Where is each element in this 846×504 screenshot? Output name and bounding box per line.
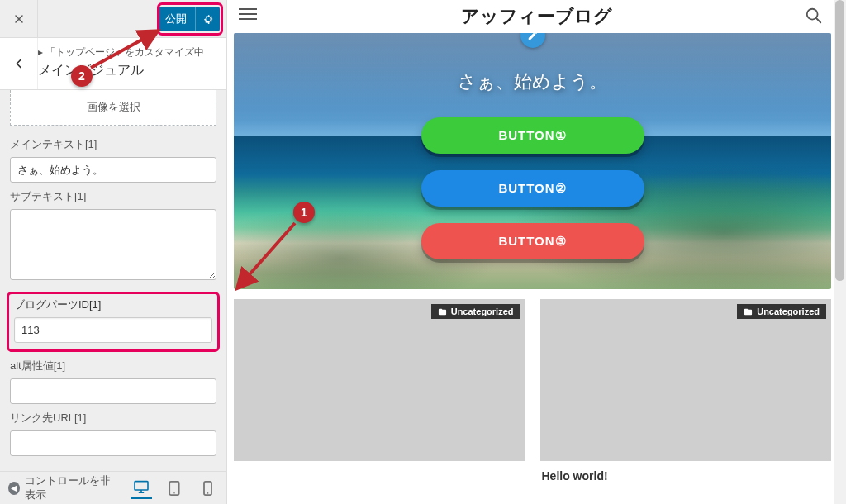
- label-link-url: リンク先URL[1]: [10, 411, 216, 426]
- hero-content: さぁ、始めよう。 BUTTON① BUTTON② BUTTON③: [234, 33, 831, 289]
- post-card[interactable]: Uncategorized Hello world!: [540, 299, 832, 483]
- svg-point-4: [207, 492, 208, 493]
- folder-icon: [438, 307, 447, 316]
- section-title: メインビジュアル: [38, 62, 218, 79]
- publish-settings-button[interactable]: [195, 7, 220, 31]
- sidebar-footer: ◀ コントロールを非表示: [0, 471, 226, 504]
- publish-button-group: 公開: [157, 7, 220, 31]
- post-title: [234, 461, 525, 469]
- gear-icon: [202, 12, 215, 26]
- input-sub-text[interactable]: [10, 209, 216, 280]
- sidebar-body: 画像を選択 メインテキスト[1] サブテキスト[1] ブログパーツID[1] a…: [0, 90, 226, 471]
- chevron-left-icon: [12, 57, 26, 70]
- preview-site-header: アッフィーブログ: [227, 0, 846, 33]
- publish-button[interactable]: 公開: [157, 7, 195, 31]
- pencil-icon: [527, 33, 539, 41]
- post-thumbnail: Uncategorized: [540, 299, 832, 461]
- input-blogparts-id[interactable]: [14, 317, 212, 343]
- hero-button-3[interactable]: BUTTON③: [421, 223, 644, 259]
- category-label: Uncategorized: [451, 307, 514, 316]
- label-main-text: メインテキスト[1]: [10, 137, 216, 152]
- svg-rect-0: [135, 482, 148, 490]
- input-alt[interactable]: [10, 378, 216, 404]
- device-mobile-button[interactable]: [197, 478, 218, 499]
- folder-icon: [744, 307, 753, 316]
- annotation-highlight-blogparts: ブログパーツID[1]: [7, 292, 220, 352]
- category-tag[interactable]: Uncategorized: [431, 304, 520, 319]
- post-thumbnail: Uncategorized: [234, 299, 525, 461]
- collapse-controls-button[interactable]: ◀ コントロールを非表示: [8, 474, 119, 502]
- category-label: Uncategorized: [757, 307, 820, 316]
- app-root: 公開 ▸ 「トップページ」をカスタマイズ中 メインビジュアル 画像を選択 メイン…: [0, 0, 846, 504]
- desktop-icon: [133, 480, 150, 493]
- collapse-label: コントロールを非表示: [25, 474, 119, 502]
- hero-visual: さぁ、始めよう。 BUTTON① BUTTON② BUTTON③: [234, 33, 831, 289]
- menu-button[interactable]: [239, 8, 257, 20]
- label-alt: alt属性値[1]: [10, 359, 216, 373]
- category-tag[interactable]: Uncategorized: [737, 304, 826, 319]
- preview-pane: アッフィーブログ さぁ、始めよう。 BUTTON① BUTTON② BUTTON…: [227, 0, 846, 504]
- post-title: Hello world!: [540, 461, 832, 483]
- site-title: アッフィーブログ: [461, 4, 612, 29]
- post-card[interactable]: Uncategorized: [234, 299, 525, 483]
- hero-button-1[interactable]: BUTTON①: [421, 117, 644, 154]
- breadcrumb: ▸ 「トップページ」をカスタマイズ中: [38, 46, 218, 59]
- label-sub-text: サブテキスト[1]: [10, 189, 216, 204]
- collapse-icon: ◀: [8, 482, 20, 495]
- customizer-sidebar: 公開 ▸ 「トップページ」をカスタマイズ中 メインビジュアル 画像を選択 メイン…: [0, 0, 227, 504]
- device-desktop-button[interactable]: [131, 478, 152, 499]
- tablet-icon: [169, 481, 180, 496]
- close-icon: [12, 12, 26, 26]
- hero-button-2[interactable]: BUTTON②: [421, 170, 644, 207]
- back-button[interactable]: [0, 38, 38, 89]
- sidebar-topbar: 公開: [0, 0, 226, 38]
- breadcrumb-text: 「トップページ」をカスタマイズ中: [45, 47, 204, 57]
- scrollbar-thumb[interactable]: [835, 0, 844, 281]
- image-select-button[interactable]: 画像を選択: [10, 90, 216, 126]
- close-customizer-button[interactable]: [0, 0, 38, 38]
- label-blogparts-id: ブログパーツID[1]: [14, 297, 212, 312]
- svg-point-2: [173, 492, 175, 493]
- preview-scrollbar[interactable]: [834, 0, 846, 504]
- section-header: ▸ 「トップページ」をカスタマイズ中 メインビジュアル: [0, 38, 226, 90]
- input-main-text[interactable]: [10, 157, 216, 183]
- post-cards: Uncategorized Uncategorized Hello world!: [227, 289, 846, 483]
- input-link-url[interactable]: [10, 430, 216, 456]
- device-tablet-button[interactable]: [164, 478, 185, 499]
- search-icon: [805, 7, 823, 25]
- mobile-icon: [203, 481, 212, 496]
- search-button[interactable]: [805, 7, 823, 28]
- hero-main-text: さぁ、始めよう。: [458, 69, 607, 94]
